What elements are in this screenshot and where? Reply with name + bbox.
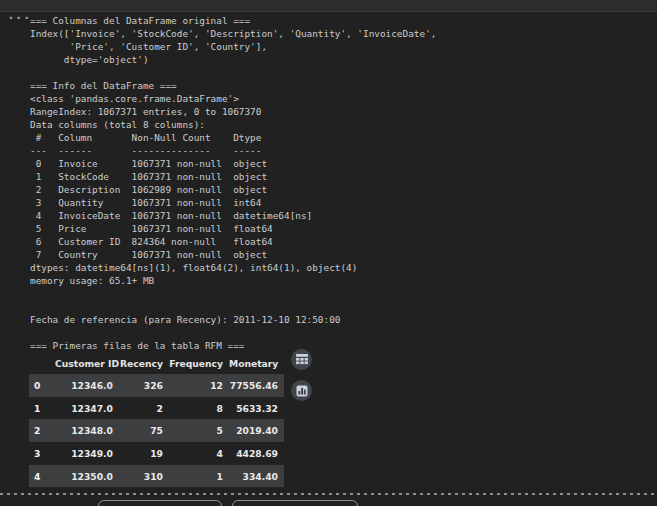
insert-cell-button-right[interactable]: [232, 500, 358, 506]
rfm-cell: 2: [119, 397, 169, 420]
row-index: 3: [29, 442, 55, 465]
rfm-cell: 5: [169, 419, 229, 442]
table-row: 1 12347.0 2 8 5633.32: [29, 397, 284, 420]
notebook-output-area: ··· === Columnas del DataFrame original …: [0, 0, 657, 506]
rfm-cell: 334.40: [229, 465, 284, 488]
insert-cell-button-left[interactable]: [98, 500, 222, 506]
table-row: 4 12350.0 310 1 334.40: [29, 465, 284, 488]
table-row: 2 12348.0 75 5 2019.40: [29, 419, 284, 442]
rfm-cell: 19: [119, 442, 169, 465]
rfm-cell: 326: [119, 374, 169, 397]
rfm-cell: 12: [169, 374, 229, 397]
row-index: 2: [29, 419, 55, 442]
rfm-cell: 4: [169, 442, 229, 465]
collapsed-input-ellipsis[interactable]: ···: [7, 13, 30, 23]
rfm-cell: 4428.69: [229, 442, 284, 465]
column-header: Frequency: [169, 352, 229, 374]
rfm-cell: 12346.0: [55, 374, 119, 397]
table-row: 0 12346.0 326 12 77556.46: [29, 374, 284, 397]
column-header: Customer ID: [55, 352, 119, 374]
row-index: 4: [29, 465, 55, 488]
index-column-header: [29, 352, 55, 374]
rfm-cell: 77556.46: [229, 374, 284, 397]
row-index: 0: [29, 374, 55, 397]
rfm-cell: 12348.0: [55, 419, 119, 442]
table-grid-icon: [296, 354, 308, 365]
rfm-cell: 12350.0: [55, 465, 119, 488]
rfm-dataframe-table: Customer ID Recency Frequency Monetary 0…: [29, 352, 284, 487]
console-output-text: === Columnas del DataFrame original === …: [30, 14, 436, 352]
table-header-row: Customer ID Recency Frequency Monetary: [29, 352, 284, 374]
column-header: Monetary: [229, 352, 284, 374]
rfm-cell: 75: [119, 419, 169, 442]
open-chart-view-button[interactable]: [291, 380, 312, 401]
row-index: 1: [29, 397, 55, 420]
rfm-cell: 5633.32: [229, 397, 284, 420]
rfm-cell: 2019.40: [229, 419, 284, 442]
rfm-cell: 12349.0: [55, 442, 119, 465]
rfm-cell: 8: [169, 397, 229, 420]
rfm-cell: 310: [119, 465, 169, 488]
cell-top-edge: [0, 0, 657, 12]
rfm-cell: 12347.0: [55, 397, 119, 420]
column-header: Recency: [119, 352, 169, 374]
table-row: 3 12349.0 19 4 4428.69: [29, 442, 284, 465]
bar-chart-icon: [296, 385, 308, 397]
rfm-cell: 1: [169, 465, 229, 488]
cell-separator-dashed-line: [0, 493, 657, 495]
open-table-view-button[interactable]: [291, 349, 312, 370]
